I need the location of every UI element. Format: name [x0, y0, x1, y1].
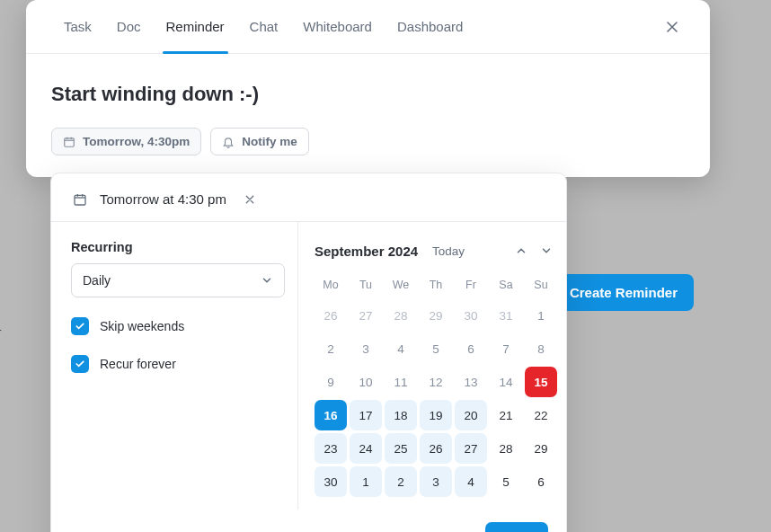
calendar-day[interactable]: 16	[315, 400, 347, 430]
close-button[interactable]	[660, 14, 685, 40]
calendar-day[interactable]: 5	[490, 466, 522, 497]
skip-weekends-label: Skip weekends	[100, 319, 184, 333]
calendar-day[interactable]: 17	[350, 400, 382, 430]
calendar-day[interactable]: 19	[420, 400, 452, 430]
calendar-day[interactable]: 2	[315, 333, 347, 364]
tab-reminder[interactable]: Reminder	[154, 0, 237, 53]
calendar-day[interactable]: 5	[420, 333, 452, 364]
calendar-day[interactable]: 30	[315, 466, 347, 497]
calendar-day[interactable]: 26	[315, 300, 347, 331]
calendar-day[interactable]: 20	[455, 400, 487, 430]
calendar-today-button[interactable]: Today	[432, 244, 465, 258]
calendar-day[interactable]: 27	[350, 300, 382, 331]
calendar-day[interactable]: 25	[385, 433, 417, 464]
reminder-title[interactable]: Start winding down :-)	[26, 54, 710, 106]
tab-task[interactable]: Task	[51, 0, 104, 53]
skip-weekends-row[interactable]: Skip weekends	[71, 317, 278, 335]
tab-chat[interactable]: Chat	[237, 0, 291, 53]
calendar-day[interactable]: 23	[315, 433, 347, 464]
calendar-day[interactable]: 21	[490, 400, 522, 430]
calendar-day[interactable]: 9	[315, 367, 347, 397]
create-modal: TaskDocReminderChatWhiteboardDashboard S…	[26, 0, 710, 177]
notify-chip[interactable]: Notify me	[210, 128, 309, 155]
calendar-dow: Su	[525, 272, 557, 297]
tab-whiteboard[interactable]: Whiteboard	[290, 0, 385, 53]
calendar-day[interactable]: 14	[490, 367, 522, 397]
calendar-dow: Tu	[350, 272, 382, 297]
calendar-icon	[73, 192, 87, 207]
tab-doc[interactable]: Doc	[104, 0, 154, 53]
calendar-month: September 2024	[315, 244, 418, 259]
chip-row: Tomorrow, 4:30pm Notify me	[26, 106, 710, 155]
date-chip-label: Tomorrow, 4:30pm	[83, 135, 190, 148]
calendar-day[interactable]: 2	[385, 466, 417, 497]
calendar-dow: Th	[420, 272, 452, 297]
svg-rect-1	[75, 195, 85, 205]
popover-summary: Tomorrow at 4:30 pm	[100, 191, 226, 207]
calendar-day[interactable]: 31	[490, 300, 522, 331]
calendar-day[interactable]: 29	[525, 433, 557, 464]
tab-bar: TaskDocReminderChatWhiteboardDashboard	[26, 0, 710, 54]
calendar-day[interactable]: 29	[420, 300, 452, 331]
date-chip[interactable]: Tomorrow, 4:30pm	[51, 128, 201, 155]
calendar-day[interactable]: 22	[525, 400, 557, 430]
tab-dashboard[interactable]: Dashboard	[385, 0, 475, 53]
date-popover: Tomorrow at 4:30 pm Recurring Daily Skip…	[50, 173, 567, 532]
recur-forever-row[interactable]: Recur forever	[71, 355, 278, 373]
calendar-day[interactable]: 7	[490, 333, 522, 364]
save-button[interactable]: Save	[485, 522, 548, 532]
frequency-select[interactable]: Daily	[71, 263, 285, 297]
frequency-value: Daily	[83, 273, 111, 288]
recur-forever-label: Recur forever	[100, 357, 176, 371]
calendar-day[interactable]: 8	[525, 333, 557, 364]
calendar-day[interactable]: 24	[350, 433, 382, 464]
calendar-day[interactable]: 6	[455, 333, 487, 364]
calendar-day[interactable]: 4	[455, 466, 487, 497]
calendar-day[interactable]: 26	[420, 433, 452, 464]
calendar-day[interactable]: 30	[455, 300, 487, 331]
clear-date-button[interactable]	[244, 194, 255, 205]
calendar-day[interactable]: 18	[385, 400, 417, 430]
calendar-dow: Sa	[490, 272, 522, 297]
calendar-prev-button[interactable]	[510, 240, 532, 262]
calendar-icon	[63, 136, 75, 148]
recurring-heading: Recurring	[71, 240, 278, 254]
calendar-next-button[interactable]	[536, 240, 557, 262]
calendar-dow: Mo	[315, 272, 347, 297]
notify-chip-label: Notify me	[242, 135, 297, 148]
create-reminder-button[interactable]: Create Reminder	[554, 274, 694, 311]
calendar-day[interactable]: 3	[420, 466, 452, 497]
calendar-day[interactable]: 28	[490, 433, 522, 464]
recurring-pane: Recurring Daily Skip weekends Recur fore…	[51, 222, 298, 510]
calendar-pane: September 2024 Today MoTuWeThFrSaSu26272…	[298, 222, 573, 510]
calendar-day[interactable]: 15	[525, 367, 557, 397]
recur-forever-checkbox[interactable]	[71, 355, 89, 373]
calendar-dow: We	[385, 272, 417, 297]
calendar-day[interactable]: 12	[420, 367, 452, 397]
calendar-day[interactable]: 4	[385, 333, 417, 364]
calendar-day[interactable]: 13	[455, 367, 487, 397]
calendar-day[interactable]: 28	[385, 300, 417, 331]
calendar-day[interactable]: 10	[350, 367, 382, 397]
bell-icon	[222, 136, 235, 148]
skip-weekends-checkbox[interactable]	[71, 317, 89, 335]
calendar-day[interactable]: 1	[350, 466, 382, 497]
calendar-dow: Fr	[455, 272, 487, 297]
calendar-grid: MoTuWeThFrSaSu26272829303112345678910111…	[315, 272, 557, 497]
svg-rect-0	[65, 137, 75, 146]
calendar-day[interactable]: 6	[525, 466, 557, 497]
popover-header: Tomorrow at 4:30 pm	[51, 173, 566, 221]
chevron-down-icon	[261, 274, 273, 287]
popover-footer: Cancel Save	[51, 510, 566, 532]
calendar-day[interactable]: 11	[385, 367, 417, 397]
calendar-day[interactable]: 27	[455, 433, 487, 464]
calendar-day[interactable]: 3	[350, 333, 382, 364]
calendar-day[interactable]: 1	[525, 300, 557, 331]
